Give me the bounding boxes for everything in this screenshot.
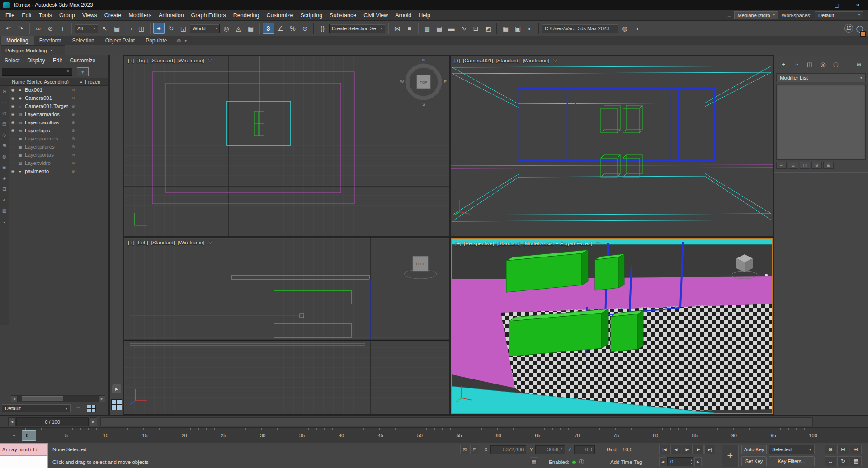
zoom-extents-icon[interactable]: ⊞ <box>850 445 862 454</box>
align-icon[interactable]: ≡ <box>404 23 415 34</box>
timeline-tick[interactable]: 15 <box>142 433 149 438</box>
scroll-left-icon[interactable]: ◀ <box>11 395 18 402</box>
selection-lock-toggle[interactable]: ⊠ <box>460 445 469 454</box>
explorer-toolbar-icon[interactable]: ◒ <box>0 216 9 227</box>
explorer-toolbar-icon[interactable]: ◇ <box>0 129 9 140</box>
set-keys-button[interactable]: + <box>722 445 739 467</box>
column-header-frozen[interactable]: Frozen <box>85 79 100 84</box>
column-header-name[interactable]: Name (Sorted Ascending) <box>12 79 69 84</box>
timeline-tick[interactable]: 65 <box>534 433 541 438</box>
list-item[interactable]: ◉▤Layer:caixilhas⊛ <box>9 118 108 126</box>
menu-item-file[interactable]: File <box>2 10 18 20</box>
frozen-toggle-icon[interactable]: ⊛ <box>71 88 75 92</box>
timeline-tick[interactable]: 0 <box>24 433 31 438</box>
search-filter-button[interactable]: ▼ <box>77 67 89 76</box>
select-and-manipulate-icon[interactable]: ◬ <box>233 23 244 34</box>
left-viewport-canvas[interactable]: LEFT <box>124 238 449 414</box>
maxscript-mini-listener-macro[interactable]: Array modifi <box>0 443 48 456</box>
menu-item-graph-editors[interactable]: Graph Editors <box>188 10 230 20</box>
viewport-label-part[interactable]: [+] <box>128 240 134 245</box>
unlink-selection-icon[interactable]: ⊘ <box>45 23 56 34</box>
viewport-filter-icon[interactable]: ▽ <box>208 240 212 245</box>
viewport-label-part[interactable]: [Top] <box>137 58 148 63</box>
bind-to-space-warp-icon[interactable]: ≀ <box>57 23 68 34</box>
timeline-tick[interactable]: 70 <box>573 433 580 438</box>
redo-icon[interactable]: ↷ <box>15 23 26 34</box>
visibility-eye-icon[interactable]: ◉ <box>9 88 17 92</box>
previous-frame-arrow[interactable]: ◀ <box>8 417 16 426</box>
maxscript-mini-listener[interactable] <box>0 456 48 468</box>
make-unique-icon[interactable]: ◫ <box>800 162 810 169</box>
polygon-modeling-panel[interactable]: Polygon Modeling ▾ <box>1 45 65 55</box>
explorer-toolbar-icon[interactable]: ⊙ <box>0 86 9 97</box>
percent-snap-icon[interactable]: % <box>287 23 298 34</box>
workspace-menu-dropdown[interactable]: Mebiane Izidro ▾ <box>734 11 778 19</box>
panel-expand-button[interactable]: ▶ <box>112 384 121 393</box>
window-crossing-toggle-icon[interactable]: ◫ <box>136 23 147 34</box>
timeline-tick[interactable]: 55 <box>456 433 463 438</box>
menu-item-help[interactable]: Help <box>415 10 434 20</box>
mirror-icon[interactable]: ⋈ <box>392 23 403 34</box>
viewport-filter-icon[interactable]: ▽ <box>208 58 212 63</box>
timeline-tick[interactable]: 40 <box>338 433 345 438</box>
menu-item-civil-view[interactable]: Civil View <box>360 10 392 20</box>
visibility-eye-icon[interactable]: ◉ <box>9 120 17 125</box>
next-frame-arrow[interactable]: ▶ <box>90 417 97 426</box>
timeline-tick[interactable]: 30 <box>259 433 266 438</box>
select-and-link-icon[interactable]: ∞ <box>33 23 44 34</box>
project-folder-field[interactable]: C:\Users\Vac...3ds Max 2023 <box>542 24 618 33</box>
explorer-toolbar-icon[interactable]: ◐ <box>0 194 9 205</box>
select-and-scale-icon[interactable]: ◱ <box>178 23 189 34</box>
timeline-tick[interactable]: 60 <box>495 433 502 438</box>
viewport-label-part[interactable]: [+] <box>128 58 134 63</box>
maximize-viewport-toggle-icon[interactable]: ▦ <box>850 456 862 466</box>
menu-item-modifiers[interactable]: Modifiers <box>125 10 155 20</box>
visibility-eye-icon[interactable]: ◉ <box>9 169 17 173</box>
reference-coordinate-dropdown[interactable]: World▾ <box>190 24 220 33</box>
explorer-grid-icon[interactable] <box>87 405 96 412</box>
frozen-toggle-icon[interactable]: ⊛ <box>71 161 75 165</box>
named-selection-sets-dropdown[interactable]: Create Selection Se▾ <box>329 24 385 33</box>
timeline-tick[interactable]: 100 <box>809 433 817 438</box>
search-clear-icon[interactable]: × <box>66 69 69 74</box>
key-filters-button[interactable]: Key Filters... <box>769 456 815 466</box>
zoom-icon[interactable]: ⊕ <box>825 445 836 454</box>
visibility-eye-icon[interactable]: ◌ <box>9 153 17 157</box>
viewport-camera[interactable]: [+][Camera001][Standard][Wireframe]▽ <box>451 56 773 236</box>
list-item[interactable]: ◉○Camera001.Target⊛ <box>9 102 108 110</box>
edit-named-sets-icon[interactable]: {} <box>317 23 328 34</box>
list-item[interactable]: ◉▤Layer:armarios⊛ <box>9 110 108 118</box>
explorer-toolbar-icon[interactable]: ▣ <box>0 162 9 173</box>
show-end-result-icon[interactable]: ≣ <box>788 162 798 169</box>
frozen-toggle-icon[interactable]: ⊛ <box>71 120 75 125</box>
current-frame-field[interactable]: 0 ▴▾ <box>667 457 693 466</box>
track-options-icon[interactable]: ≡ <box>13 432 15 437</box>
top-viewport-canvas[interactable]: TOP N S W E <box>124 56 449 236</box>
set-key-button[interactable]: Set Key <box>741 456 767 466</box>
track-bar-strip[interactable] <box>100 417 813 426</box>
create-tab-icon[interactable]: + <box>778 59 789 70</box>
list-item[interactable]: ◌▤Layer:pilares⊛ <box>9 143 108 151</box>
undo-icon[interactable]: ↶ <box>3 23 14 34</box>
ribbon-tab-selection[interactable]: Selection <box>66 36 99 45</box>
frozen-toggle-icon[interactable]: ⊛ <box>71 96 75 100</box>
modifier-stack-list[interactable] <box>776 84 866 160</box>
menu-item-animation[interactable]: Animation <box>155 10 188 20</box>
render-setup-icon[interactable]: ▦ <box>500 23 511 34</box>
absolute-mode-toggle[interactable]: ⊡ <box>470 445 479 454</box>
menu-item-tools[interactable]: Tools <box>35 10 56 20</box>
remove-modifier-icon[interactable]: ⊖ <box>811 162 822 169</box>
ribbon-tab-freeform[interactable]: Freeform <box>34 36 67 45</box>
explorer-toolbar-icon[interactable]: ▤ <box>0 118 9 129</box>
y-coordinate-field[interactable]: -3058,7 <box>535 445 565 454</box>
pan-icon[interactable]: ↔ <box>825 456 836 466</box>
minimize-button[interactable]: ─ <box>806 0 826 10</box>
timeline-tick[interactable]: 25 <box>220 433 227 438</box>
visibility-eye-icon[interactable]: ◌ <box>9 145 17 149</box>
timeline-tick[interactable]: 95 <box>770 433 777 438</box>
auto-key-button[interactable]: Auto Key <box>741 445 767 454</box>
color-swatch[interactable] <box>860 31 866 37</box>
viewport-label-part[interactable]: [+] <box>454 58 460 63</box>
timeline-tick[interactable]: 75 <box>613 433 620 438</box>
configure-modifier-sets-icon[interactable]: ⊞ <box>823 162 834 169</box>
